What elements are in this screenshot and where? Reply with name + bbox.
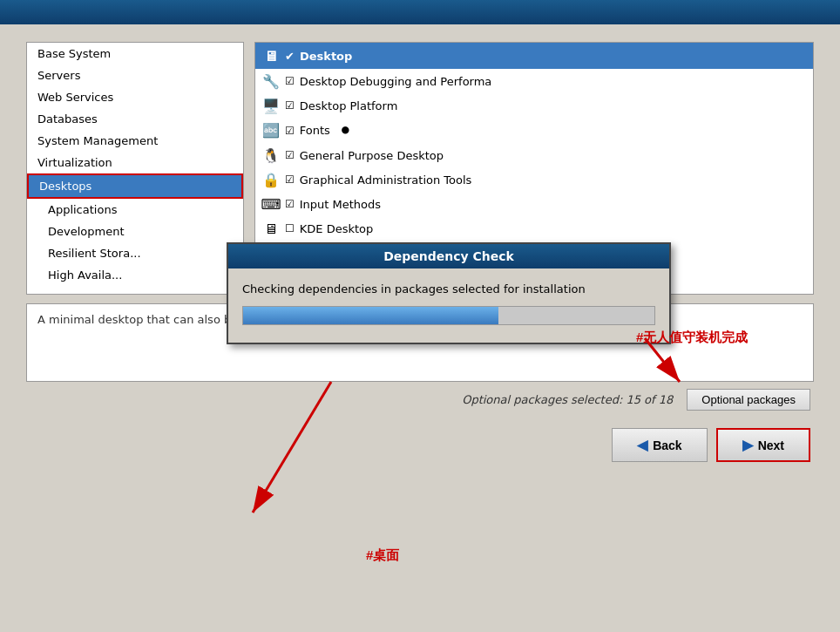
input-icon: ⌨️ [262, 195, 280, 213]
back-button[interactable]: ◀ Back [612, 428, 707, 462]
kde-icon: 🖥 [262, 220, 280, 237]
gnome-icon: 🐧 [262, 146, 280, 164]
list-item-platform[interactable]: 🖥️ ☑ Desktop Platform [255, 93, 813, 118]
list-item-servers[interactable]: Servers [27, 65, 243, 86]
arrow-desktop [218, 373, 375, 547]
next-button[interactable]: ▶ Next [716, 428, 810, 462]
list-item-resilient-storage[interactable]: Resilient Stora... [27, 242, 243, 264]
svg-line-3 [253, 382, 331, 513]
annotation-unattended: #无人值守装机完成 [636, 330, 748, 346]
list-item-desktops[interactable]: Desktops [27, 173, 243, 199]
list-item-development[interactable]: Development [27, 221, 243, 242]
back-arrow-icon: ◀ [637, 437, 647, 453]
desktop-icon: 🖥 [262, 47, 280, 65]
item-label: Input Methods [300, 198, 381, 211]
dialog-message: Checking dependencies in packages select… [242, 282, 655, 296]
category-list: Base System Servers Web Services Databas… [27, 43, 243, 286]
list-item-debugging[interactable]: 🔧 ☑ Desktop Debugging and Performa [255, 69, 813, 93]
list-item-input-methods[interactable]: ⌨️ ☑ Input Methods [255, 192, 813, 216]
dialog-title: Dependency Check [228, 244, 669, 268]
left-panel: Base System Servers Web Services Databas… [26, 42, 244, 295]
admin-icon: 🔒 [262, 171, 280, 188]
package-list-header: 🖥 ✔ Desktop [255, 43, 813, 69]
list-item-base-system[interactable]: Base System [27, 43, 243, 65]
package-list: 🖥 ✔ Desktop 🔧 ☑ Desktop Debugging and Pe… [255, 43, 813, 241]
platform-icon: 🖥️ [262, 97, 280, 114]
fonts-extra-icon: ⚫ [339, 121, 352, 139]
progress-bar-fill [243, 307, 498, 324]
list-item-kde[interactable]: 🖥 ☐ KDE Desktop [255, 216, 813, 241]
dependency-dialog: Dependency Check Checking dependencies i… [227, 242, 671, 344]
list-item-applications[interactable]: Applications [27, 199, 243, 221]
back-label: Back [653, 438, 681, 452]
nav-row: ◀ Back ▶ Next [26, 428, 814, 462]
top-bar [0, 0, 840, 24]
progress-bar-container [242, 306, 655, 325]
list-item-fonts[interactable]: 🔤 ☑ Fonts ⚫ [255, 118, 813, 143]
next-label: Next [758, 438, 784, 452]
list-item-databases[interactable]: Databases [27, 108, 243, 130]
list-item-system-management[interactable]: System Management [27, 130, 243, 152]
item-label: General Purpose Desktop [300, 149, 444, 162]
header-label: Desktop [300, 50, 352, 63]
list-item-web-services[interactable]: Web Services [27, 86, 243, 108]
list-item-virtualization[interactable]: Virtualization [27, 152, 243, 173]
item-label: Desktop Debugging and Performa [300, 75, 492, 88]
item-label: Desktop Platform [300, 99, 398, 112]
fonts-icon: 🔤 [262, 122, 280, 139]
next-arrow-icon: ▶ [742, 437, 753, 453]
item-label: Fonts [300, 124, 330, 137]
list-item-graphical-admin[interactable]: 🔒 ☑ Graphical Administration Tools [255, 167, 813, 192]
list-item-general-desktop[interactable]: 🐧 ☑ General Purpose Desktop [255, 143, 813, 167]
list-item-high-availability[interactable]: High Availa... [27, 264, 243, 286]
item-label: Graphical Administration Tools [300, 173, 472, 187]
annotation-desktop: #桌面 [366, 547, 399, 564]
item-label: KDE Desktop [300, 222, 374, 235]
debug-icon: 🔧 [262, 72, 280, 90]
